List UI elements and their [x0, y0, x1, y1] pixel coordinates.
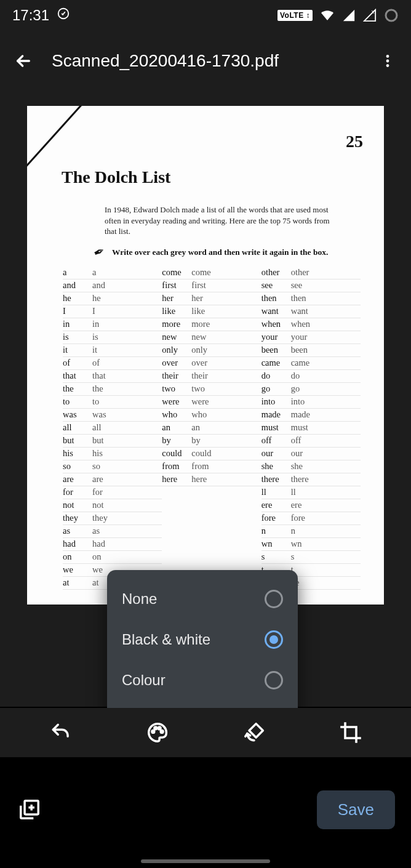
word-column: otherotherseeseethenthenwantwantwhenwhen… [261, 267, 361, 590]
svg-point-9 [161, 731, 163, 733]
word-row: onon [63, 551, 162, 564]
word-trace: had [92, 539, 129, 549]
word-trace: made [291, 409, 328, 420]
word-trace: came [291, 358, 328, 368]
gesture-handle[interactable] [141, 859, 270, 863]
document-viewport[interactable]: 25 The Dolch List In 1948, Edward Dolch … [0, 91, 411, 707]
word-prompt: for [63, 487, 92, 497]
word-row: isis [63, 331, 162, 344]
word-trace: as [92, 526, 129, 536]
clock: 17:31 [12, 7, 49, 24]
word-trace: could [191, 448, 228, 459]
word-trace: like [191, 306, 228, 316]
word-row: asas [63, 525, 162, 538]
word-prompt: their [162, 371, 191, 381]
word-trace: so [92, 461, 129, 472]
word-prompt: first [162, 280, 191, 291]
word-row: therethere [261, 473, 361, 486]
word-prompt: had [63, 539, 92, 549]
color-mode-option[interactable]: None [107, 579, 298, 619]
word-prompt: our [261, 448, 291, 459]
word-prompt: I [63, 306, 92, 316]
word-prompt: he [63, 293, 92, 303]
color-mode-option[interactable]: Colour [107, 660, 298, 701]
word-trace: your [291, 332, 328, 342]
word-prompt: and [63, 280, 92, 291]
word-row: comecome [162, 267, 261, 279]
status-timer-icon [57, 7, 70, 24]
word-prompt: made [261, 409, 291, 420]
word-prompt: they [63, 513, 92, 523]
color-mode-option[interactable]: Black & white [107, 619, 298, 660]
signal-icon [342, 9, 356, 22]
word-trace: all [92, 422, 129, 433]
word-row: hadhad [63, 538, 162, 551]
word-row: offoff [261, 435, 361, 448]
word-row: camecame [261, 357, 361, 370]
word-trace: she [291, 461, 328, 472]
word-trace: over [191, 358, 228, 368]
word-row: nn [261, 525, 361, 538]
word-prompt: like [162, 306, 191, 316]
palette-button[interactable] [143, 718, 172, 747]
word-prompt: there [261, 474, 291, 484]
word-prompt: an [162, 422, 191, 433]
word-prompt: on [63, 552, 92, 562]
word-trace: is [92, 332, 129, 342]
word-row: thenthen [261, 292, 361, 305]
word-prompt: her [162, 293, 191, 303]
word-prompt: all [63, 422, 92, 433]
word-row: anan [162, 422, 261, 435]
word-prompt: s [261, 552, 291, 562]
word-prompt: been [261, 345, 291, 355]
document-instruction: Write over each grey word and then write… [112, 247, 328, 257]
word-trace: his [92, 448, 129, 459]
more-menu-button[interactable] [377, 50, 399, 72]
word-trace: ere [291, 500, 328, 510]
save-button[interactable]: Save [317, 790, 395, 829]
word-prompt: off [261, 435, 291, 446]
word-trace: our [291, 448, 328, 459]
radio-icon [265, 671, 283, 689]
word-prompt: when [261, 319, 291, 329]
word-trace: who [191, 409, 228, 420]
word-row: waswas [63, 409, 162, 422]
word-column: aaandandheheIIininisisititofofthatthatth… [63, 267, 162, 590]
word-trace: for [92, 487, 129, 497]
word-row: ereere [261, 499, 361, 512]
word-trace: not [92, 500, 129, 510]
undo-button[interactable] [46, 718, 76, 747]
word-row: aa [63, 267, 162, 279]
word-trace: there [291, 474, 328, 484]
word-trace: an [191, 422, 228, 433]
word-row: soso [63, 460, 162, 473]
word-trace: s [291, 552, 328, 562]
word-prompt: want [261, 306, 291, 316]
word-row: ourour [261, 448, 361, 460]
word-trace: come [191, 267, 228, 278]
svg-text:x: x [372, 9, 375, 15]
word-row: inin [63, 318, 162, 331]
word-trace: to [92, 396, 129, 407]
page-number: 25 [346, 132, 363, 151]
crop-button[interactable] [336, 718, 365, 747]
word-trace: in [92, 319, 129, 329]
rotate-button[interactable] [239, 718, 269, 747]
word-row: II [63, 305, 162, 318]
svg-point-7 [154, 727, 156, 729]
word-trace: are [92, 474, 129, 484]
word-row: sheshe [261, 460, 361, 473]
word-trace: into [291, 396, 328, 407]
word-prompt: fore [261, 513, 291, 523]
add-page-button[interactable] [16, 796, 43, 823]
word-prompt: not [63, 500, 92, 510]
document-intro: In 1948, Edward Dolch made a list of all… [105, 204, 342, 237]
word-row: herher [162, 292, 261, 305]
word-prompt: wn [261, 539, 291, 549]
pen-icon: ✒ [90, 243, 107, 262]
word-row: ofof [63, 357, 162, 370]
back-button[interactable] [12, 50, 34, 72]
word-row: andand [63, 279, 162, 292]
word-prompt: his [63, 448, 92, 459]
word-row: wnwn [261, 538, 361, 551]
